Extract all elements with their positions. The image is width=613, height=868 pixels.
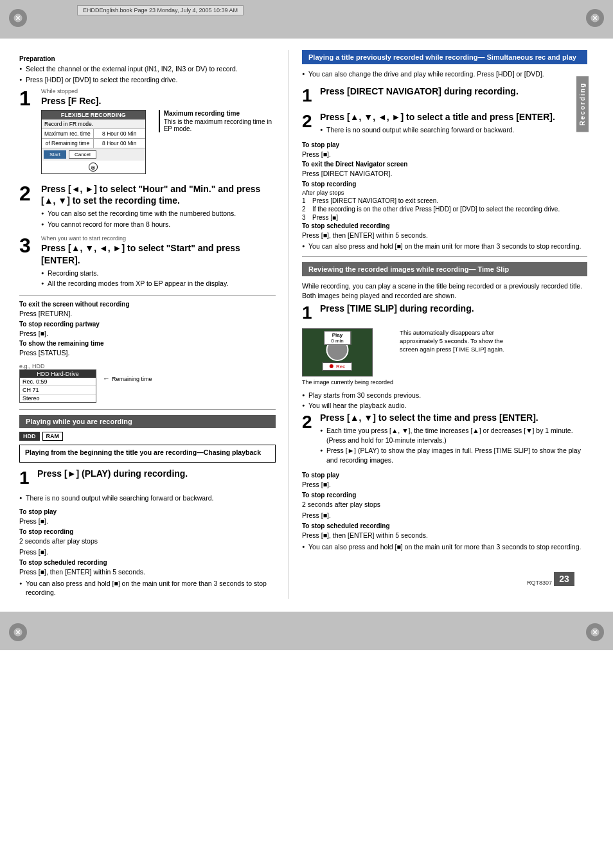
divider-1	[19, 295, 276, 296]
step-2-content: Press [◄, ►] to select "Hour" and "Min."…	[41, 183, 276, 231]
play-step-1: 1Press [►] (PLAY) during recording.	[19, 468, 276, 488]
sim-stop-sched-bullet: You can also press and hold [■] on the m…	[302, 242, 587, 251]
playing-while-recording-section: Playing while you are recording HDD RAM …	[19, 415, 276, 598]
stop-sched-body: Press [■], then [ENTER] within 5 seconds…	[19, 567, 276, 577]
flex-rec-row2-label: of Remaining time	[42, 139, 94, 148]
preparation-heading: Preparation	[19, 55, 276, 62]
sim-rec-bullet-1: You can also change the drive and play w…	[302, 69, 587, 79]
timeslip-disappear-note: This automatically disappears after appr…	[400, 328, 515, 354]
ts-stop-rec-body-2: Press [■].	[302, 511, 587, 520]
stop-rec-heading-2: To stop recording	[19, 528, 276, 535]
step-3-bullets: Recording starts. All the recording mode…	[41, 269, 276, 288]
top-bar-filename: EHDDEnglish.book Page 23 Monday, July 4,…	[77, 5, 244, 15]
sim-step-2-title: Press [▲, ▼, ◄, ►] to select a title and…	[320, 111, 587, 123]
rqt-code: RQT8307	[527, 580, 552, 586]
step-1-title: Press [F Rec].	[41, 95, 276, 107]
flex-rec-container: FLEXIBLE RECORDING Record in FR mode. Ma…	[41, 110, 276, 178]
ts-step-1-title: Press [TIME SLIP] during recording.	[320, 303, 587, 314]
sim-step-1-number: 1	[302, 85, 316, 106]
flex-rec-row2-val: 8 Hour 00 Min	[94, 139, 145, 148]
ts-stop-sched-bullet: You can also press and hold [■] on the m…	[302, 542, 587, 552]
flex-rec-table: FLEXIBLE RECORDING Record in FR mode. Ma…	[41, 110, 146, 174]
stop-sched-heading: To stop scheduled recording	[19, 559, 276, 566]
stop-sched-bullets: You can also press and hold [■] on the m…	[19, 579, 276, 598]
playing-while-title: Playing while you are recording	[19, 415, 276, 428]
sim-stop-step-3: 3Press [■]	[302, 214, 587, 221]
stop-rec-body-1: 2 seconds after play stops	[19, 536, 276, 546]
preparation-list: Select the channel or the external input…	[19, 64, 276, 84]
hdd-row-2: CH 71	[20, 386, 96, 394]
flex-rec-row1: Maximum rec. time 8 Hour 00 Min	[42, 128, 145, 138]
eg-label: e.g., HDD	[19, 363, 45, 369]
prep-item-2: Press [HDD] or [DVD] to select the recor…	[19, 75, 276, 85]
start-button[interactable]: Start	[44, 150, 66, 159]
ts-step-1-bullets: Play starts from 30 seconds previous. Yo…	[302, 391, 587, 411]
step-1-content: While stopped Press [F Rec]. FLEXIBLE RE…	[41, 88, 276, 177]
stop-rec-body-2: Press [■].	[19, 547, 276, 557]
sim-exit-nav-heading: To exit the Direct Navigator screen	[302, 161, 587, 168]
sim-stop-play-heading: To stop play	[302, 141, 587, 148]
flex-rec-buttons: Start Cancel	[42, 148, 145, 161]
corner-tr-icon	[586, 9, 604, 27]
sim-stop-rec-steps: 1Press [DIRECT NAVIGATOR] to exit screen…	[302, 197, 587, 221]
sim-rec-play-header: Playing a title previously recorded whil…	[302, 50, 587, 64]
step-1: 1 While stopped Press [F Rec]. FLEXIBLE …	[19, 88, 276, 177]
play-step-1-number: 1	[19, 468, 33, 488]
time-slip-intro: While recording, you can play a scene in…	[302, 281, 587, 300]
ts-stop-play-body: Press [■].	[302, 480, 587, 490]
page: EHDDEnglish.book Page 23 Monday, July 4,…	[0, 0, 613, 868]
corner-tl-icon	[9, 9, 27, 27]
sim-stop-rec-after: After play stops	[302, 189, 587, 197]
sim-stop-play-body: Press [■].	[302, 150, 587, 159]
sim-exit-nav-body: Press [DIRECT NAVIGATOR].	[302, 169, 587, 179]
ts-bullet-2: You will hear the playback audio.	[302, 401, 587, 411]
cancel-button[interactable]: Cancel	[69, 150, 96, 159]
remaining-label: Remaining time	[112, 376, 152, 382]
ts-stop-rec-body-1: 2 seconds after play stops	[302, 500, 587, 509]
ts-step-1-number: 1	[302, 303, 316, 323]
remaining-heading: To show the remaining time	[19, 340, 276, 347]
ts-step-1: 1 Press [TIME SLIP] during recording.	[302, 303, 587, 323]
badge-row: HDD RAM	[19, 432, 276, 441]
ts-step-2-bullet-2: Press [►] (PLAY) to show the play images…	[320, 446, 587, 465]
sim-rec-play-section: Playing a title previously recorded whil…	[302, 50, 587, 251]
sim-rec-bullet-list: You can also change the drive and play w…	[302, 69, 587, 79]
sim-stop-step-2: 2If the recording is on the other drive …	[302, 206, 587, 213]
step-2-title: Press [◄, ►] to select "Hour" and "Min."…	[41, 183, 276, 206]
exit-screen-heading: To exit the screen without recording	[19, 301, 276, 308]
right-column: Recording Playing a title previously rec…	[289, 50, 587, 599]
hdd-row-3: Stereo	[20, 394, 96, 402]
max-rec-body: This is the maximum recording time in EP…	[164, 118, 276, 132]
flex-rec-header: FLEXIBLE RECORDING	[42, 111, 145, 120]
max-rec-note: Maximum recording time This is the maxim…	[159, 110, 276, 132]
chasing-playback-title: Playing from the beginning the title you…	[25, 448, 270, 456]
recording-tab: Recording	[576, 76, 589, 132]
flex-rec-row1-label: Maximum rec. time	[42, 129, 94, 138]
step-2-bullet-2: You cannot record for more than 8 hours.	[41, 220, 276, 229]
timeslip-rec-bar: Rec	[323, 362, 352, 371]
sim-step-1-content: Press [DIRECT NAVIGATOR] during recordin…	[320, 85, 587, 100]
step-3-content: When you want to start recording Press […	[41, 235, 276, 290]
step-3-title: Press [▲, ▼, ◄, ►] to select "Start" and…	[41, 242, 276, 265]
sim-step-2-bullet: There is no sound output while searching…	[320, 125, 587, 135]
timeslip-display-area: Play 0 min Rec The image currently being…	[302, 328, 587, 385]
exit-screen-body: Press [RETURN].	[19, 309, 276, 319]
sim-step-2: 2 Press [▲, ▼, ◄, ►] to select a title a…	[302, 111, 587, 136]
ts-step-2-content: Press [▲, ▼] to select the time and pres…	[320, 412, 587, 466]
step-1-label: While stopped	[41, 88, 276, 94]
play-step-1-content: Press [►] (PLAY) during recording.	[37, 468, 188, 482]
sim-step-1: 1 Press [DIRECT NAVIGATOR] during record…	[302, 85, 587, 106]
stop-rec-body: Press [■].	[19, 329, 276, 339]
ts-step-1-content: Press [TIME SLIP] during recording.	[320, 303, 587, 317]
ts-step-2: 2 Press [▲, ▼] to select the time and pr…	[302, 412, 587, 466]
ts-step-2-title: Press [▲, ▼] to select the time and pres…	[320, 412, 587, 423]
ts-stop-play-heading: To stop play	[302, 472, 587, 479]
ts-bullet-1: Play starts from 30 seconds previous.	[302, 391, 587, 400]
stop-play-heading: To stop play	[19, 508, 276, 515]
ts-stop-sched-body: Press [■], then [ENTER] within 5 seconds…	[302, 531, 587, 540]
sim-step-2-bullets: There is no sound output while searching…	[320, 125, 587, 135]
step-3-bullet-2: All the recording modes from XP to EP ap…	[41, 279, 276, 288]
hdd-row-1: Rec. 0:59	[20, 378, 96, 386]
timeslip-caption: The image currently being recorded	[302, 379, 393, 385]
sim-stop-step-1: 1Press [DIRECT NAVIGATOR] to exit screen…	[302, 197, 587, 204]
